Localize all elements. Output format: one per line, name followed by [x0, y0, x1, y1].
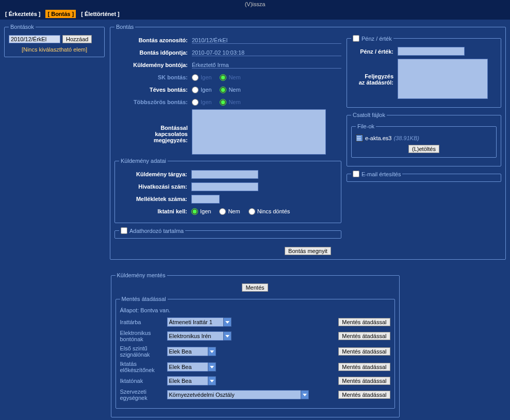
sk-nem[interactable]: Nem	[220, 74, 240, 81]
irattar-atadas-button[interactable]: Mentés átadással	[338, 318, 390, 326]
chevron-down-icon[interactable]	[301, 390, 309, 399]
save-button[interactable]: Mentés	[242, 283, 268, 292]
szignalo-select[interactable]	[167, 347, 208, 356]
fileok-legend: File-ok	[356, 123, 376, 129]
iktat-nem[interactable]: Nem	[219, 208, 240, 215]
back-link[interactable]: (V)issza	[245, 1, 266, 7]
add-button[interactable]: Hozzáad	[62, 35, 92, 43]
szerv-select[interactable]	[167, 390, 301, 399]
tab-erkeztetes[interactable]: [ Érkeztetés ]	[3, 10, 42, 18]
file-name: e-akta.es3	[365, 135, 391, 141]
tab-bar: [ Érkeztetés ] [ Bontás ] [ Élettörténet…	[0, 8, 510, 20]
teves-igen[interactable]: Igen	[192, 87, 211, 93]
bontas-id-input[interactable]	[9, 35, 60, 43]
bontasok-fieldset: Bontások Hozzáad [Nincs kiválasztható el…	[4, 24, 105, 57]
mentes-fieldset: Küldemény mentés Mentés Mentés átadással…	[111, 272, 400, 417]
ebonto-select[interactable]	[167, 331, 224, 341]
iktato-atadas-button[interactable]: Mentés átadással	[338, 377, 390, 385]
tab-elettortenet[interactable]: [ Élettörténet ]	[79, 10, 122, 18]
bontas-fieldset: Bontás Bontás azonosító: 2010/12/ÉrkEl B…	[110, 24, 506, 260]
iktato-select[interactable]	[167, 376, 208, 385]
teves-label: Téves bontás:	[114, 87, 192, 93]
szignalo-atadas-button[interactable]: Mentés átadással	[338, 347, 390, 356]
bontasok-legend: Bontások	[9, 24, 36, 30]
bontas-id-value: 2010/12/ÉrkEl	[192, 37, 341, 44]
adathordozo-fieldset: Adathordozó tartalma	[114, 227, 341, 239]
elokeszito-select[interactable]	[167, 362, 208, 372]
penz-label: Pénz / érték:	[351, 48, 398, 55]
file-icon	[356, 135, 363, 142]
ebonto-label: Elektronikus bontónak	[120, 330, 164, 342]
penz-fieldset: Pénz / érték Pénz / érték: Feljegyzés az…	[347, 35, 501, 108]
csatolt-legend: Csatolt fájlok	[351, 112, 387, 118]
bontas-note-textarea[interactable]	[192, 109, 326, 155]
atadas-legend: Mentés átadással	[120, 296, 168, 302]
irattar-label: Irattárba	[120, 319, 164, 325]
subject-label: Küldemény tárgya:	[119, 171, 191, 177]
file-size: (38.91KB)	[393, 135, 419, 141]
bontas-opener-label: Küldemény bontója:	[114, 62, 192, 68]
fileok-fieldset: File-ok e-akta.es3 (38.91KB) (L)etöltés	[351, 123, 497, 158]
ref-label: Hivatkozási szám:	[119, 183, 191, 190]
multi-nem[interactable]: Nem	[220, 99, 240, 106]
penz-note-textarea[interactable]	[398, 59, 488, 99]
email-legend[interactable]: E-mail értesítés	[351, 171, 402, 177]
ebonto-atadas-button[interactable]: Mentés átadással	[338, 332, 390, 340]
csatolt-fieldset: Csatolt fájlok File-ok e-akta.es3 (38.91…	[347, 112, 501, 166]
bontas-legend: Bontás	[114, 24, 135, 30]
iktat-label: Iktatni kell:	[119, 208, 191, 214]
chevron-down-icon[interactable]	[223, 331, 232, 341]
multi-igen[interactable]: Igen	[192, 99, 211, 106]
multi-label: Többszörös bontás:	[114, 99, 192, 105]
elokeszito-atadas-button[interactable]: Mentés átadással	[338, 363, 390, 371]
tab-bontas[interactable]: [ Bontás ]	[45, 10, 76, 18]
email-fieldset: E-mail értesítés	[347, 171, 501, 182]
szignalo-label: Első szintű szignálónak	[120, 345, 164, 358]
iktato-label: Iktatónak	[120, 378, 164, 384]
status-text: Állapot: Bontva van.	[120, 307, 390, 313]
download-button[interactable]: (L)etöltés	[408, 145, 439, 153]
adathordozo-checkbox[interactable]	[121, 227, 127, 234]
iktat-igen[interactable]: Igen	[191, 208, 211, 215]
email-checkbox[interactable]	[353, 171, 359, 177]
chevron-down-icon[interactable]	[208, 347, 216, 356]
chevron-down-icon[interactable]	[223, 317, 232, 327]
top-back-bar: (V)issza	[0, 0, 510, 8]
bontas-opener-value: Érkeztető Irma	[192, 62, 341, 69]
bontas-id-label: Bontás azonosító:	[114, 37, 192, 43]
adathordozo-legend[interactable]: Adathordozó tartalma	[119, 227, 185, 234]
mentes-legend: Küldemény mentés	[116, 272, 167, 278]
sk-igen[interactable]: Igen	[192, 74, 211, 81]
bontas-time-value: 2010-07-02 10:03:18	[192, 49, 341, 56]
ref-input[interactable]	[191, 182, 258, 191]
szerv-atadas-button[interactable]: Mentés átadással	[338, 391, 390, 399]
szerv-label: Szervezeti egységnek	[120, 389, 164, 401]
penz-note-label: Feljegyzés az átadásról:	[351, 59, 398, 86]
atadas-fieldset: Mentés átadással Állapot: Bontva van. Ir…	[116, 296, 395, 409]
teves-nem[interactable]: Nem	[220, 87, 240, 93]
open-bontas-button[interactable]: Bontás megnyit	[285, 247, 331, 255]
note-label: Bontással kapcsolatos megjegyzés:	[114, 109, 192, 143]
bontas-time-label: Bontás időpontja:	[114, 49, 192, 56]
irattar-select[interactable]	[167, 317, 224, 327]
attach-label: Mellékletek száma:	[119, 196, 191, 202]
penz-input[interactable]	[398, 47, 465, 56]
no-items-text: [Nincs kiválasztható elem]	[9, 46, 100, 53]
kuldemeny-fieldset: Küldemény adatai Küldemény tárgya: Hivat…	[114, 158, 341, 223]
elokeszito-label: Iktatás előkészítőnek	[120, 361, 164, 373]
penz-legend[interactable]: Pénz / érték	[351, 35, 393, 42]
sk-label: SK bontás:	[114, 74, 192, 80]
iktat-nincs[interactable]: Nincs döntés	[249, 208, 290, 215]
chevron-down-icon[interactable]	[208, 376, 216, 385]
attach-input[interactable]	[191, 195, 220, 204]
penz-checkbox[interactable]	[353, 35, 359, 42]
kuldemeny-legend: Küldemény adatai	[119, 158, 168, 164]
subject-input[interactable]	[191, 170, 258, 179]
chevron-down-icon[interactable]	[208, 362, 216, 372]
